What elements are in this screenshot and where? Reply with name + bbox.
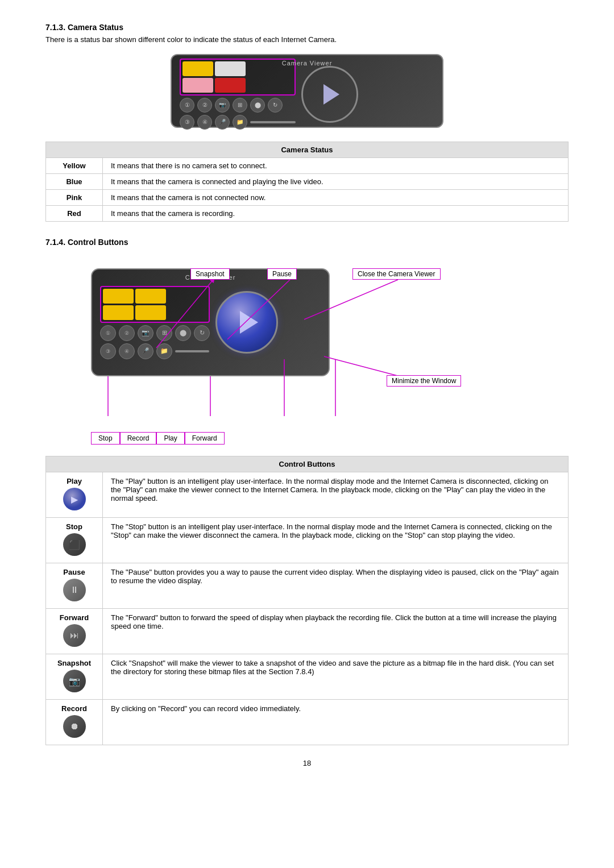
- cv-btn-grid: ⊞: [233, 98, 247, 113]
- status-yellow: [182, 61, 213, 76]
- section-714: 7.1.4. Control Buttons Camera Viewer ① ②…: [45, 238, 569, 745]
- diag-btn-folder: 📁: [156, 343, 172, 359]
- ctrl-stop-desc: The "Stop" button is an intelligent play…: [103, 518, 569, 563]
- diag-btn-2: ②: [119, 325, 135, 341]
- camera-viewer-box: Camera Viewer ① ② 📷 ⊞ ⬤ ↻ ③ ④ 🎤 📁: [171, 54, 443, 128]
- cv-btn-circle: ⬤: [250, 98, 265, 113]
- ctrl-snapshot-icon: 📷: [63, 670, 86, 692]
- ctrl-forward-desc: The "Forward" button to forward the spee…: [103, 609, 569, 654]
- diag-status-yellow2: [135, 289, 166, 304]
- diag-status-panel: ① ② 📷 ⊞ ⬤ ↻ ③ ④ 🎤 📁: [100, 286, 210, 359]
- status-red-desc: It means that the camera is recording.: [103, 206, 569, 222]
- camera-status-table: Camera Status Yellow It means that there…: [45, 142, 569, 222]
- table-row: Yellow It means that there is no camera …: [46, 158, 569, 174]
- diag-play-triangle: [240, 311, 258, 334]
- diag-btn-mic: 🎤: [138, 343, 154, 359]
- table-row: Play ▶ The "Play" button is an intellige…: [46, 472, 569, 518]
- annotation-pause: Pause: [267, 268, 297, 280]
- cv-status-panel: ① ② 📷 ⊞ ⬤ ↻ ③ ④ 🎤 📁: [180, 59, 296, 130]
- diag-btn-4: ④: [119, 343, 135, 359]
- section-713-intro: There is a status bar shown different co…: [45, 35, 569, 44]
- ctrl-snapshot-cell: Snapshot 📷: [46, 654, 103, 700]
- cv-btn-ref: ↻: [268, 98, 283, 113]
- annotation-snapshot: Snapshot: [190, 268, 230, 280]
- annotation-stop: Stop: [91, 432, 120, 445]
- cv-play-triangle: [323, 84, 339, 105]
- diag-status-grid: [100, 286, 210, 323]
- cv-btn-row-bot: ③ ④ 🎤 📁: [180, 115, 296, 130]
- status-yellow-desc: It means that there is no camera set to …: [103, 158, 569, 174]
- cv-btn-folder: 📁: [233, 115, 247, 130]
- status-table-header: Camera Status: [46, 142, 569, 158]
- table-row: Stop ⬛ The "Stop" button is an intellige…: [46, 518, 569, 563]
- status-pink-label: Pink: [46, 190, 103, 206]
- cv-btn-cam: 📷: [215, 98, 230, 113]
- annotation-close: Close the Camera Viewer: [352, 268, 441, 280]
- section-714-heading: 7.1.4. Control Buttons: [45, 238, 569, 247]
- status-blue-desc: It means that the camera is connected an…: [103, 174, 569, 190]
- annotation-minimize: Minimize the Window: [387, 375, 461, 387]
- cv-playback-area: [301, 66, 358, 123]
- cv-status-grid: [180, 59, 296, 95]
- table-row: Pink It means that the camera is not con…: [46, 190, 569, 206]
- diag-btn-cam: 📷: [138, 325, 154, 341]
- camera-viewer-title-top: Camera Viewer: [282, 60, 333, 67]
- table-row: Pause ⏸ The "Pause" button provides you …: [46, 563, 569, 609]
- status-red-label: Red: [46, 206, 103, 222]
- diag-slider: [175, 350, 209, 352]
- diag-playback-area: [215, 291, 278, 354]
- ctrl-table-header: Control Buttons: [46, 456, 569, 472]
- ctrl-play-label: Play: [54, 477, 94, 485]
- diag-btn-ref: ↻: [194, 325, 210, 341]
- camera-viewer-illustration: Camera Viewer ① ② 📷 ⊞ ⬤ ↻ ③ ④ 🎤 📁: [45, 54, 569, 128]
- diag-btn-1: ①: [100, 325, 116, 341]
- ctrl-record-cell: Record ⏺: [46, 700, 103, 745]
- diag-status-yellow: [103, 289, 134, 304]
- ctrl-forward-icon: ⏭: [63, 624, 86, 647]
- ctrl-stop-cell: Stop ⬛: [46, 518, 103, 563]
- ctrl-play-desc: The "Play" button is an intelligent play…: [103, 472, 569, 518]
- status-red: [215, 78, 246, 93]
- diag-status-yellow4: [135, 305, 166, 320]
- diag-play-button: [215, 291, 278, 354]
- page-number: 18: [45, 759, 569, 767]
- ctrl-record-label: Record: [54, 704, 94, 713]
- ctrl-snapshot-label: Snapshot: [54, 659, 94, 667]
- diag-btn-3: ③: [100, 343, 116, 359]
- ctrl-pause-desc: The "Pause" button provides you a way to…: [103, 563, 569, 609]
- diag-status-yellow3: [103, 305, 134, 320]
- ctrl-stop-icon: ⬛: [63, 533, 86, 556]
- annotation-forward: Forward: [185, 432, 225, 445]
- ctrl-forward-label: Forward: [54, 613, 94, 622]
- table-row: Forward ⏭ The "Forward" button to forwar…: [46, 609, 569, 654]
- diag-btn-row-top: ① ② 📷 ⊞ ⬤ ↻: [100, 325, 210, 341]
- cv-btn-1: ①: [180, 98, 194, 113]
- diag-btn-row-bot: ③ ④ 🎤 📁: [100, 343, 210, 359]
- cv-btn-4: ④: [197, 115, 212, 130]
- cv-btn-2: ②: [197, 98, 212, 113]
- ctrl-pause-label: Pause: [54, 568, 94, 576]
- table-row: Blue It means that the camera is connect…: [46, 174, 569, 190]
- control-buttons-diagram: Camera Viewer ① ② 📷 ⊞ ⬤ ↻ ③: [45, 251, 569, 445]
- section-713-heading: 7.1.3. Camera Status: [45, 23, 569, 32]
- cv-btn-row-top: ① ② 📷 ⊞ ⬤ ↻: [180, 98, 296, 113]
- ctrl-play-cell: Play ▶: [46, 472, 103, 518]
- ctrl-record-icon: ⏺: [63, 715, 86, 738]
- diag-btn-grid: ⊞: [156, 325, 172, 341]
- annotation-play: Play: [156, 432, 184, 445]
- annotation-record: Record: [120, 432, 157, 445]
- cv-slider-area: [250, 121, 296, 123]
- diagram-camera-box: Camera Viewer ① ② 📷 ⊞ ⬤ ↻ ③: [91, 268, 330, 376]
- status-pink-desc: It means that the camera is not connecte…: [103, 190, 569, 206]
- table-row: Snapshot 📷 Click "Snapshot" will make th…: [46, 654, 569, 700]
- cv-btn-mic: 🎤: [215, 115, 230, 130]
- table-row: Red It means that the camera is recordin…: [46, 206, 569, 222]
- status-yellow-label: Yellow: [46, 158, 103, 174]
- ctrl-pause-cell: Pause ⏸: [46, 563, 103, 609]
- cv-slider: [250, 121, 296, 123]
- status-white: [215, 61, 246, 76]
- status-blue-label: Blue: [46, 174, 103, 190]
- ctrl-record-desc: By clicking on "Record" you can record v…: [103, 700, 569, 745]
- ctrl-snapshot-desc: Click "Snapshot" will make the viewer to…: [103, 654, 569, 700]
- table-row: Record ⏺ By clicking on "Record" you can…: [46, 700, 569, 745]
